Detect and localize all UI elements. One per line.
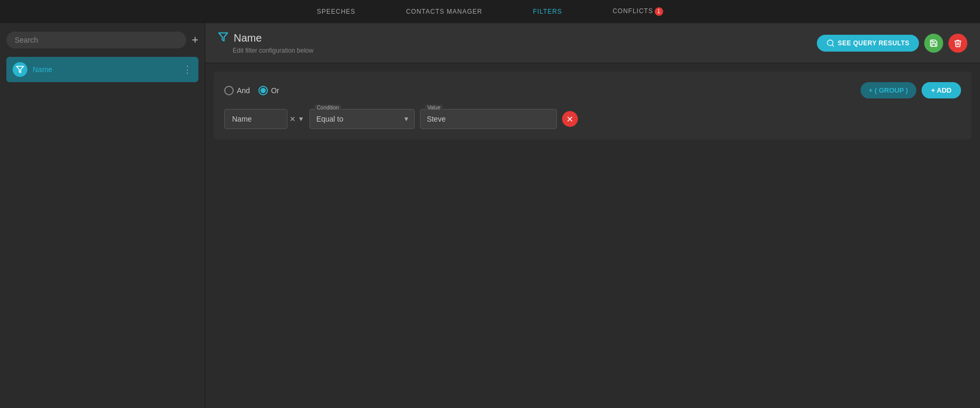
group-button[interactable]: + ( GROUP ) [861, 82, 917, 98]
and-label: And [237, 86, 250, 95]
value-label: Value [425, 105, 443, 111]
svg-line-3 [832, 45, 834, 46]
nav-item-speeches[interactable]: SPEECHES [313, 8, 359, 15]
filter-title-icon [218, 32, 228, 45]
field-controls: Name ✕ ▼ [224, 109, 304, 129]
or-radio[interactable] [258, 86, 268, 95]
logic-buttons: + ( GROUP ) + ADD [861, 82, 961, 98]
and-radio[interactable] [224, 86, 234, 95]
field-clear-button[interactable]: ✕ [289, 115, 296, 123]
add-condition-button[interactable]: + ADD [922, 82, 961, 98]
svg-marker-1 [219, 33, 228, 41]
and-radio-label[interactable]: And [224, 86, 250, 95]
filter-logic-row: And Or + ( GROUP ) + ADD [224, 82, 961, 98]
logic-options: And Or [224, 86, 279, 95]
filter-icon [13, 62, 27, 77]
search-input[interactable] [6, 32, 186, 48]
sidebar-item-name-label: Name [33, 65, 177, 74]
field-dropdown-button[interactable]: ▼ [298, 115, 304, 123]
value-wrapper: Value [420, 109, 557, 129]
condition-label: Condition [315, 105, 341, 111]
filter-title-text: Name [234, 32, 262, 44]
nav-item-contacts-manager[interactable]: CONTACTS MANAGER [402, 8, 486, 15]
save-button[interactable] [924, 34, 943, 53]
main-layout: + Name ⋮ Name [0, 23, 980, 408]
remove-condition-button[interactable]: ✕ [562, 111, 578, 127]
see-query-button[interactable]: SEE QUERY RESULTS [817, 35, 919, 52]
filter-subtitle: Edit filter configuration below [218, 47, 313, 54]
sidebar-item-menu-icon[interactable]: ⋮ [183, 64, 192, 75]
main-content: Name Edit filter configuration below SEE… [205, 23, 980, 408]
or-label: Or [271, 86, 279, 95]
field-label: Name [224, 109, 287, 129]
filter-header: Name Edit filter configuration below SEE… [205, 23, 980, 63]
sidebar-search-row: + [6, 32, 198, 48]
query-icon [826, 39, 835, 47]
filter-condition-row: Name ✕ ▼ Condition Equal to Not equal to… [224, 109, 961, 129]
nav-item-filters[interactable]: FILTERS [529, 8, 566, 15]
nav-item-conflicts[interactable]: CONFLICTS1 [608, 7, 667, 16]
delete-button[interactable] [948, 34, 967, 53]
filter-title-row: Name [218, 32, 313, 45]
delete-icon [954, 39, 962, 47]
conflicts-badge: 1 [655, 7, 663, 16]
sidebar: + Name ⋮ [0, 23, 205, 408]
nav-conflicts-label: CONFLICTS [613, 7, 653, 15]
or-radio-label[interactable]: Or [258, 86, 279, 95]
value-input[interactable] [420, 109, 557, 129]
sidebar-item-name[interactable]: Name ⋮ [6, 57, 198, 82]
save-icon [929, 39, 938, 47]
svg-marker-0 [16, 66, 23, 73]
filter-builder: And Or + ( GROUP ) + ADD Name ✕ [214, 72, 972, 140]
filter-title-area: Name Edit filter configuration below [218, 32, 313, 54]
see-query-label: SEE QUERY RESULTS [838, 39, 909, 47]
add-filter-button[interactable]: + [192, 34, 198, 46]
header-actions: SEE QUERY RESULTS [817, 34, 967, 53]
condition-select[interactable]: Equal to Not equal to Contains Does not … [309, 109, 415, 129]
top-nav: SPEECHES CONTACTS MANAGER FILTERS CONFLI… [0, 0, 980, 23]
condition-wrapper: Condition Equal to Not equal to Contains… [309, 109, 415, 129]
